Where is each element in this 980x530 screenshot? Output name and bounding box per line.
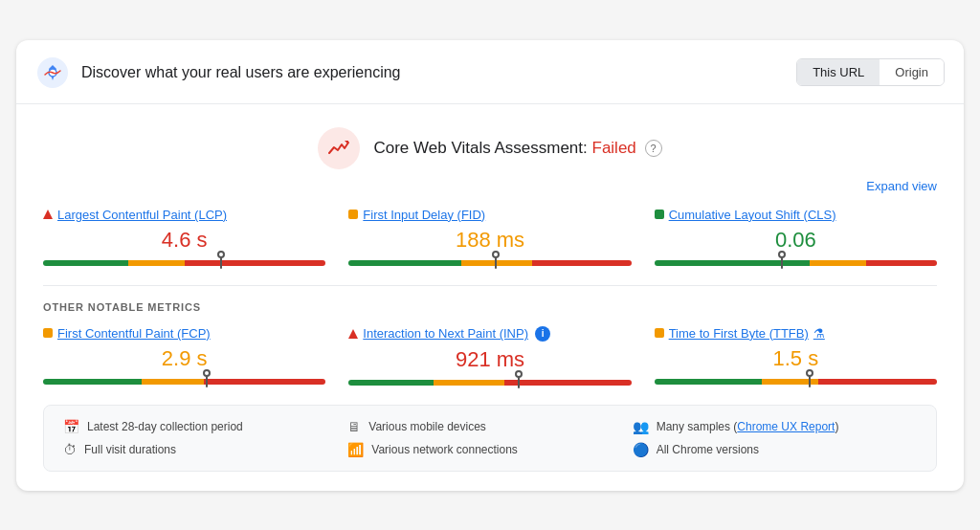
body: Core Web Vitals Assessment: Failed ? Exp… (16, 104, 964, 491)
beaker-icon[interactable]: ⚗ (813, 326, 825, 341)
footer-icon-1: 🖥 (347, 419, 361, 434)
metric-cls: Cumulative Layout Shift (CLS)0.06 (655, 208, 937, 268)
main-card: Discover what your real users are experi… (16, 40, 964, 491)
meter-orange (461, 260, 532, 266)
meter-needle (809, 376, 811, 387)
footer-text-4: Various network connections (371, 443, 518, 456)
assessment-label: Core Web Vitals Assessment: Failed ? (373, 139, 661, 158)
meter-green (43, 379, 142, 385)
footer-icon-4: 📶 (347, 442, 364, 457)
meter-green (348, 380, 434, 386)
needle-dot (217, 251, 225, 258)
info-footer: 📅Latest 28-day collection period🖥Various… (43, 405, 937, 472)
pagespeed-icon (35, 55, 70, 90)
section-divider (43, 285, 937, 286)
metric-title-fcp[interactable]: First Contentful Paint (FCP) (43, 326, 325, 341)
footer-icon-3: ⏱ (63, 442, 77, 457)
needle-dot (778, 251, 786, 258)
meter-green (655, 260, 810, 266)
meter-green (43, 260, 128, 266)
footer-text-1: Various mobile devices (368, 420, 486, 433)
assessment-icon (318, 127, 360, 169)
meter-green (348, 260, 461, 266)
metric-fid: First Input Delay (FID)188 ms (348, 208, 631, 268)
footer-item-1: 🖥Various mobile devices (347, 419, 632, 434)
metric-value-fid: 188 ms (348, 228, 631, 253)
metric-value-cls: 0.06 (655, 228, 937, 253)
square-icon (655, 210, 664, 219)
this-url-button[interactable]: This URL (797, 59, 880, 85)
metric-value-lcp: 4.6 s (43, 228, 325, 253)
meter-needle (206, 376, 208, 387)
meter-needle (781, 257, 783, 269)
meter-bar-ttfb (655, 379, 937, 385)
meter-red (866, 260, 937, 266)
header: Discover what your real users are experi… (16, 40, 964, 104)
meter-needle (220, 257, 222, 269)
expand-row: Expand view (43, 177, 937, 194)
metric-value-inp: 921 ms (348, 347, 631, 372)
assessment-help-icon[interactable]: ? (645, 140, 662, 157)
square-icon (43, 328, 53, 338)
footer-icon-2: 👥 (633, 419, 649, 434)
metric-inp: Interaction to Next Paint (INP)i921 ms (348, 326, 631, 387)
meter-orange (142, 379, 204, 385)
metric-title-inp[interactable]: Interaction to Next Paint (INP)i (348, 326, 631, 342)
meter-bar-fcp (43, 379, 325, 385)
info-icon[interactable]: i (535, 326, 550, 342)
core-metrics-grid: Largest Contentful Paint (LCP)4.6 sFirst… (43, 208, 937, 268)
origin-button[interactable]: Origin (880, 59, 944, 85)
meter-orange (128, 260, 185, 266)
meter-red (504, 380, 632, 386)
metric-title-fid[interactable]: First Input Delay (FID) (348, 208, 631, 222)
header-left: Discover what your real users are experi… (35, 55, 400, 90)
meter-bar-lcp (43, 260, 325, 266)
footer-item-0: 📅Latest 28-day collection period (63, 419, 347, 434)
expand-view-link[interactable]: Expand view (866, 179, 937, 193)
failed-chart-icon (328, 140, 349, 157)
meter-red (204, 379, 325, 385)
triangle-icon (348, 329, 358, 339)
metric-value-ttfb: 1.5 s (655, 346, 937, 371)
metric-lcp: Largest Contentful Paint (LCP)4.6 s (43, 208, 325, 268)
footer-icon-5: 🔵 (633, 442, 649, 457)
footer-item-4: 📶Various network connections (347, 442, 632, 457)
footer-text-0: Latest 28-day collection period (87, 420, 243, 433)
meter-orange (434, 380, 504, 386)
other-metrics-grid: First Contentful Paint (FCP)2.9 sInterac… (43, 326, 937, 387)
meter-bar-cls (655, 260, 937, 266)
chrome-ux-link[interactable]: Chrome UX Report (737, 420, 835, 433)
assessment-status: Failed (592, 139, 636, 157)
footer-item-2: 👥Many samples (Chrome UX Report) (633, 419, 917, 434)
needle-dot (203, 369, 211, 377)
meter-red (532, 260, 631, 266)
footer-text-3: Full visit durations (84, 443, 176, 456)
needle-dot (515, 370, 523, 378)
meter-bar-inp (348, 380, 631, 386)
metric-title-cls[interactable]: Cumulative Layout Shift (CLS) (655, 208, 937, 222)
triangle-icon (43, 210, 53, 219)
metric-title-lcp[interactable]: Largest Contentful Paint (LCP) (43, 208, 325, 222)
metric-ttfb: Time to First Byte (TTFB)⚗1.5 s (655, 326, 937, 387)
metric-title-ttfb[interactable]: Time to First Byte (TTFB)⚗ (655, 326, 937, 341)
square-icon (655, 328, 664, 338)
needle-dot (806, 369, 813, 377)
other-section-label: OTHER NOTABLE METRICS (43, 301, 937, 313)
meter-needle (518, 377, 520, 388)
url-origin-toggle[interactable]: This URL Origin (796, 58, 945, 86)
meter-red (185, 260, 326, 266)
footer-text-2: Many samples (Chrome UX Report) (657, 420, 839, 433)
needle-dot (492, 251, 500, 258)
assessment-row: Core Web Vitals Assessment: Failed ? (43, 127, 937, 169)
footer-icon-0: 📅 (63, 419, 79, 434)
footer-item-3: ⏱Full visit durations (63, 442, 347, 457)
footer-item-5: 🔵All Chrome versions (633, 442, 917, 457)
meter-green (655, 379, 762, 385)
metric-value-fcp: 2.9 s (43, 346, 325, 371)
meter-red (818, 379, 937, 385)
square-icon (348, 210, 358, 219)
header-title: Discover what your real users are experi… (81, 64, 400, 81)
meter-orange (810, 260, 866, 266)
meter-bar-fid (348, 260, 631, 266)
footer-text-5: All Chrome versions (657, 443, 759, 456)
